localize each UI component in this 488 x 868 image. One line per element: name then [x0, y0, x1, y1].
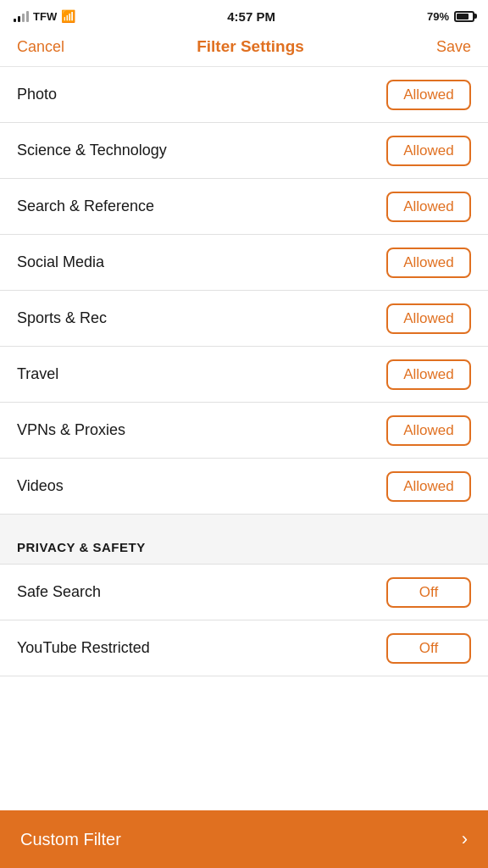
filter-label-social-media: Social Media	[17, 253, 104, 271]
privacy-safety-label: PRIVACY & SAFETY	[17, 540, 146, 554]
filter-row-sports-rec: Sports & RecAllowed	[0, 291, 488, 347]
filter-label-sports-rec: Sports & Rec	[17, 309, 107, 327]
status-btn-videos[interactable]: Allowed	[386, 471, 471, 502]
filter-row-vpns-proxies: VPNs & ProxiesAllowed	[0, 403, 488, 459]
filter-row-travel: TravelAllowed	[0, 347, 488, 403]
filter-row-search-reference: Search & ReferenceAllowed	[0, 179, 488, 235]
status-right: 79%	[427, 10, 474, 23]
section-gap	[0, 515, 488, 523]
privacy-safety-header: PRIVACY & SAFETY	[0, 523, 488, 565]
status-btn-search-reference[interactable]: Allowed	[386, 192, 471, 222]
custom-filter-bar[interactable]: Custom Filter ›	[0, 810, 488, 868]
filter-row-social-media: Social MediaAllowed	[0, 235, 488, 291]
battery-icon	[454, 11, 474, 22]
status-bar: TFW 📶 4:57 PM 79%	[0, 0, 488, 31]
status-btn-science-technology[interactable]: Allowed	[386, 136, 471, 166]
status-btn-sports-rec[interactable]: Allowed	[386, 303, 471, 334]
status-left: TFW 📶	[14, 9, 75, 23]
status-btn-photo[interactable]: Allowed	[386, 80, 471, 110]
time-display: 4:57 PM	[227, 9, 275, 24]
filter-label-search-reference: Search & Reference	[17, 198, 154, 215]
filter-label-vpns-proxies: VPNs & Proxies	[17, 421, 125, 439]
page-title: Filter Settings	[197, 37, 304, 56]
privacy-btn-youtube-restricted[interactable]: Off	[386, 633, 471, 664]
filter-label-videos: Videos	[17, 477, 64, 495]
filter-label-travel: Travel	[17, 365, 58, 383]
wifi-icon: 📶	[61, 9, 75, 23]
chevron-right-icon: ›	[462, 828, 468, 850]
battery-percent: 79%	[427, 10, 449, 23]
custom-filter-label: Custom Filter	[20, 830, 121, 849]
privacy-label-youtube-restricted: YouTube Restricted	[17, 639, 150, 657]
signal-bars-icon	[14, 10, 29, 22]
privacy-safety-list: Safe SearchOffYouTube RestrictedOff	[0, 565, 488, 676]
filter-row-videos: VideosAllowed	[0, 459, 488, 515]
filter-row-science-technology: Science & TechnologyAllowed	[0, 123, 488, 179]
filter-label-science-technology: Science & Technology	[17, 142, 167, 159]
privacy-row-safe-search: Safe SearchOff	[0, 565, 488, 620]
filter-label-photo: Photo	[17, 86, 57, 103]
carrier-label: TFW	[33, 10, 57, 23]
status-btn-vpns-proxies[interactable]: Allowed	[386, 415, 471, 446]
save-button[interactable]: Save	[436, 38, 471, 56]
filter-list: PhotoAllowedScience & TechnologyAllowedS…	[0, 67, 488, 515]
privacy-btn-safe-search[interactable]: Off	[386, 577, 471, 608]
status-btn-travel[interactable]: Allowed	[386, 359, 471, 390]
filter-row-photo: PhotoAllowed	[0, 67, 488, 123]
privacy-row-youtube-restricted: YouTube RestrictedOff	[0, 620, 488, 676]
status-btn-social-media[interactable]: Allowed	[386, 248, 471, 278]
cancel-button[interactable]: Cancel	[17, 38, 64, 56]
privacy-label-safe-search: Safe Search	[17, 583, 101, 601]
nav-bar: Cancel Filter Settings Save	[0, 31, 488, 67]
